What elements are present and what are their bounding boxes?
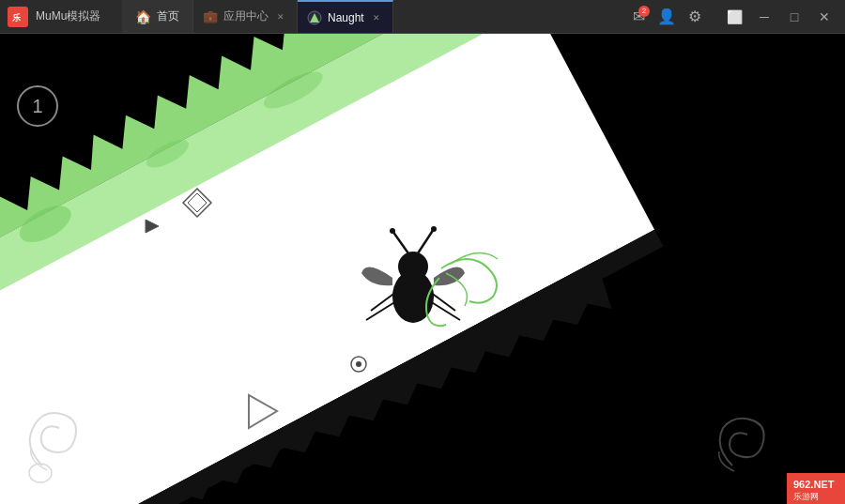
svg-text:乐: 乐 [12, 13, 21, 23]
notification-badge: 2 [638, 6, 650, 17]
mail-notification-icon[interactable]: ✉ 2 [627, 6, 650, 28]
naught-game-icon [307, 10, 322, 25]
home-tab-label: 首页 [157, 8, 179, 24]
settings-icon[interactable]: ⚙ [684, 6, 706, 28]
svg-point-14 [390, 228, 395, 234]
game-area[interactable]: 962.NET 乐游网 1 [0, 34, 845, 504]
app-logo-icon: 乐 [8, 7, 28, 27]
svg-point-11 [398, 252, 428, 282]
tab-bar: 🏠 首页 💼 应用中心 ✕ Naught ✕ [122, 0, 620, 33]
minimize-button[interactable]: ─ [751, 4, 777, 30]
naught-close-button[interactable]: ✕ [370, 11, 383, 24]
titlebar: 乐 MuMu模拟器 🏠 首页 💼 应用中心 ✕ Naught ✕ [0, 0, 845, 34]
svg-point-15 [431, 226, 437, 232]
level-badge: 1 [17, 85, 58, 127]
notification-area: ✉ 2 👤 ⚙ [620, 6, 714, 28]
tab-app-center[interactable]: 💼 应用中心 ✕ [193, 0, 298, 33]
app-center-label: 应用中心 [223, 8, 269, 24]
home-icon: 🏠 [135, 9, 151, 24]
app-center-icon: 💼 [203, 9, 218, 23]
svg-text:962.NET: 962.NET [793, 479, 835, 490]
logo-text: MuMu模拟器 [36, 8, 100, 24]
level-number: 1 [32, 96, 42, 117]
svg-text:乐游网: 乐游网 [793, 492, 819, 501]
fullscreen-button[interactable]: ⬜ [721, 4, 747, 30]
close-button[interactable]: ✕ [811, 4, 837, 30]
svg-point-24 [356, 361, 361, 367]
naught-tab-label: Naught [328, 11, 364, 24]
game-scene-svg: 962.NET 乐游网 [0, 34, 845, 504]
maximize-button[interactable]: □ [781, 4, 807, 30]
app-center-close-button[interactable]: ✕ [274, 10, 287, 23]
window-controls: ⬜ ─ □ ✕ [714, 0, 845, 33]
tab-home[interactable]: 🏠 首页 [122, 0, 193, 33]
tab-naught[interactable]: Naught ✕ [298, 0, 393, 33]
logo-area: 乐 MuMu模拟器 [0, 0, 122, 33]
user-icon[interactable]: 👤 [655, 6, 678, 28]
